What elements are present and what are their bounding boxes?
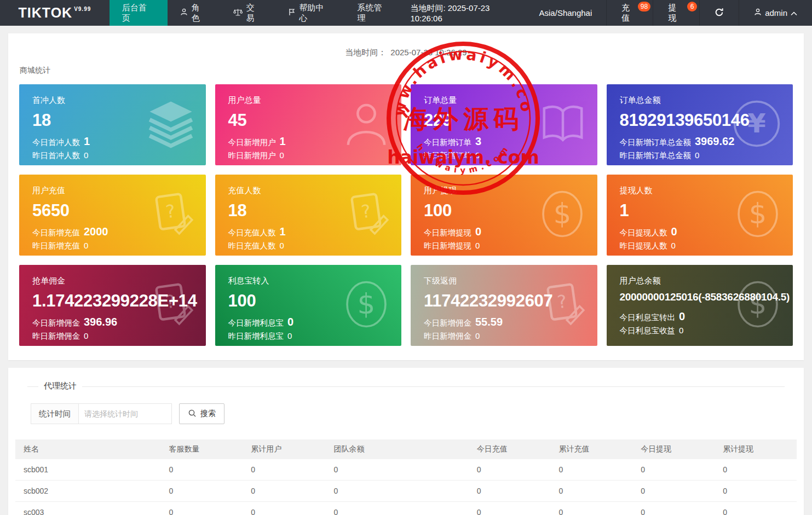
panel-time-value: 2025-07-23 10:26:29 [390, 48, 467, 57]
card-today-label: 今日新增佣金 [32, 318, 80, 328]
main-menu: 后台首页 角色 交易 帮助中心 系统管理 [110, 0, 403, 26]
table-row: scb001 0 0 0 0 0 0 0 [15, 459, 797, 481]
table-cell: 0 [469, 502, 551, 515]
withdraw-button[interactable]: 提现 6 [653, 0, 699, 26]
card-value: 81929139650146 [620, 111, 780, 130]
card-yesterday-label: 昨日新增佣金 [32, 331, 80, 342]
table-cell: scb001 [15, 459, 160, 481]
table-cell: 0 [550, 481, 632, 502]
table-header-cell: 累计提现 [715, 439, 797, 459]
card-value: 11742232992607 [424, 291, 584, 311]
nav-item-role[interactable]: 角色 [168, 0, 221, 26]
table-header-cell: 团队余额 [326, 439, 469, 459]
stat-card: ? 抢单佣金 1.174223299228E+14 今日新增佣金396.96 昨… [19, 265, 206, 346]
scales-icon [233, 8, 243, 18]
table-cell: sc003 [15, 502, 160, 515]
card-today-value: 3969.62 [695, 135, 734, 148]
recharge-button[interactable]: 充值 98 [606, 0, 653, 26]
mall-stats-panel: 当地时间：2025-07-23 10:26:29 商城统计 首冲人数 18 今日… [8, 33, 804, 360]
stat-card: ¥ 订单总金额 81929139650146 今日新增订单总金额3969.62 … [607, 84, 793, 165]
card-yesterday-value: 0 [84, 241, 88, 250]
timezone-label: Asia/Shanghai [532, 0, 607, 26]
refresh-button[interactable] [699, 0, 739, 26]
card-title: 订单总金额 [620, 95, 780, 106]
card-value: 100 [424, 201, 584, 221]
nav-item-help[interactable]: 帮助中心 [275, 0, 345, 26]
card-yesterday-label: 昨日新增用户 [228, 151, 276, 161]
stat-card: 首冲人数 18 今日首冲人数1 昨日首冲人数0 [19, 84, 206, 165]
stat-card: ? 充值人数 18 今日充值人数1 昨日充值人数0 [215, 175, 402, 256]
table-cell: 0 [715, 481, 797, 502]
table-header-cell: 姓名 [15, 439, 160, 459]
card-yesterday-label: 昨日提现人数 [620, 241, 667, 251]
card-today-value: 0 [679, 310, 685, 323]
agent-stats-panel: 代理统计 统计时间 搜索 姓名 客服数量 累计用户 团队余额 今日充值 累计充值… [8, 368, 804, 515]
recharge-badge: 98 [638, 2, 650, 11]
stats-cards-grid: 首冲人数 18 今日首冲人数1 昨日首冲人数0 用户总量 45 今日新增用户1 … [19, 84, 793, 346]
card-title: 用户总量 [228, 95, 389, 106]
user-menu[interactable]: admin [739, 0, 812, 26]
card-title: 首冲人数 [32, 95, 193, 106]
search-button-label: 搜索 [200, 409, 216, 419]
table-header-cell: 今日提现 [632, 439, 715, 459]
card-today-label: 今日提现人数 [620, 228, 667, 238]
flag-icon [288, 8, 296, 18]
card-yesterday-value: 0 [280, 241, 284, 250]
card-yesterday-value: 0 [280, 151, 284, 160]
card-today-value: 3 [475, 135, 481, 148]
card-yesterday-value: 0 [287, 331, 292, 340]
nav-item-label: 后台首页 [122, 3, 155, 24]
stat-time-input[interactable] [79, 403, 172, 424]
agent-fieldset: 代理统计 [27, 386, 785, 387]
agents-table: 姓名 客服数量 累计用户 团队余额 今日充值 累计充值 今日提现 累计提现 sc… [15, 439, 797, 515]
logo-text: TIKTOK [19, 5, 73, 21]
card-value: 100 [228, 291, 389, 311]
card-value: 20000000125016(-8583626880104.5) [620, 291, 780, 303]
table-cell: 0 [715, 502, 797, 515]
stat-card: $ 提现人数 1 今日提现人数0 昨日提现人数0 [607, 175, 793, 256]
mall-stats-title: 商城统计 [20, 66, 793, 76]
navbar-right: 当地时间: 2025-07-23 10:26:06 Asia/Shanghai … [402, 0, 812, 26]
card-title: 用户总余额 [620, 276, 780, 286]
card-yesterday-label: 昨日充值人数 [228, 241, 276, 251]
nav-item-trade[interactable]: 交易 [221, 0, 275, 26]
recharge-label: 充值 [621, 3, 638, 24]
stat-time-label: 统计时间 [31, 403, 79, 424]
card-today-value: 1 [84, 135, 90, 148]
card-yesterday-value: 0 [84, 151, 88, 160]
card-title: 利息宝转入 [228, 276, 389, 286]
card-today-label: 今日新增用户 [228, 137, 276, 148]
search-button[interactable]: 搜索 [179, 403, 224, 424]
table-cell: scb002 [15, 481, 160, 502]
table-cell: 0 [160, 459, 243, 481]
nav-item-dashboard[interactable]: 后台首页 [110, 0, 168, 26]
card-yesterday-label: 昨日首冲人数 [32, 151, 80, 161]
table-cell: 0 [326, 502, 469, 515]
stat-card: ? 下级返佣 11742232992607 今日新增佣金55.59 昨日新增佣金… [411, 265, 597, 346]
table-row: sc003 0 0 0 0 0 0 0 [15, 502, 797, 515]
user-icon [180, 8, 188, 18]
table-cell: 0 [326, 481, 469, 502]
card-title: 充值人数 [228, 186, 389, 196]
card-today-label: 今日新增提现 [424, 228, 471, 238]
card-today-label: 今日新增充值 [32, 228, 80, 238]
card-value: 229 [424, 111, 584, 130]
card-title: 抢单佣金 [32, 276, 193, 286]
stat-card: $ 利息宝转入 100 今日新增利息宝0 昨日新增利息宝0 [215, 265, 402, 346]
card-today-label: 今日新增订单总金额 [620, 137, 692, 148]
card-yesterday-value: 0 [671, 241, 676, 250]
card-today-label: 今日新增订单 [424, 137, 471, 148]
card-yesterday-label: 昨日新增订单 [424, 151, 471, 161]
card-yesterday-label: 昨日新增提现 [424, 241, 471, 251]
username: admin [765, 8, 787, 18]
table-header-cell: 客服数量 [160, 439, 243, 459]
table-cell: 0 [715, 459, 797, 481]
table-header-cell: 累计充值 [550, 439, 632, 459]
card-yesterday-label: 昨日新增利息宝 [228, 331, 284, 342]
logo-version: V9.99 [74, 6, 91, 12]
card-today-value: 0 [475, 225, 481, 238]
nav-item-system[interactable]: 系统管理 [344, 0, 402, 26]
stat-card: $ 用户总余额 20000000125016(-8583626880104.5)… [607, 265, 793, 346]
table-cell: 0 [243, 502, 325, 515]
table-cell: 0 [243, 481, 325, 502]
